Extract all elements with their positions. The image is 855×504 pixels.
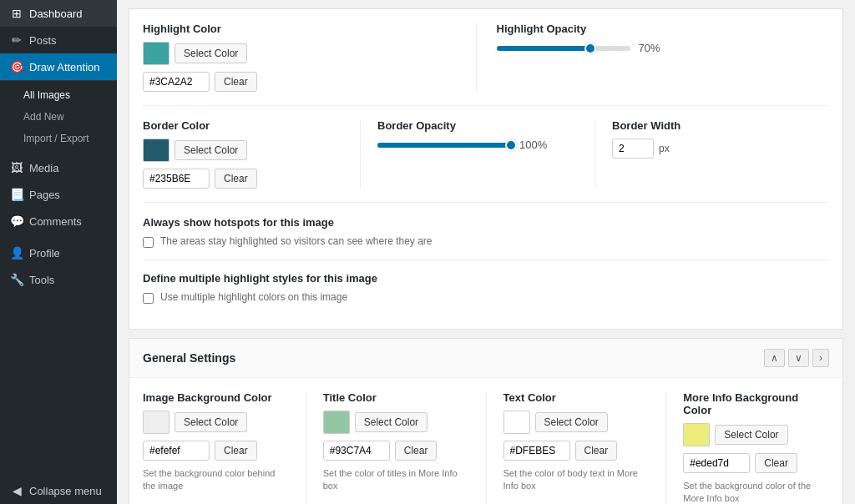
border-opacity-thumb[interactable] [505, 139, 517, 151]
sidebar-item-media[interactable]: 🖼 Media [0, 154, 117, 181]
sidebar-label-media: Media [29, 162, 58, 174]
border-color-col: Border Color Select Color Clear [143, 119, 360, 189]
gs-bg-hex-row: Clear [143, 441, 289, 461]
gs-bg-swatch [143, 411, 169, 434]
sidebar-item-draw-attention[interactable]: 🎯 Draw Attention [0, 53, 117, 80]
highlight-row: Highlight Color Select Color Clear Highl… [143, 23, 829, 106]
sidebar-sub-item-import-export[interactable]: Import / Export [0, 128, 117, 149]
image-settings-section: Highlight Color Select Color Clear Highl… [129, 8, 843, 330]
highlight-hex-input[interactable] [143, 72, 210, 92]
border-opacity-col: Border Opacity 100% [360, 119, 594, 189]
gs-more-info-swatch [683, 423, 710, 446]
gs-more-info-select-btn[interactable]: Select Color [715, 425, 787, 445]
always-show-checkbox[interactable] [143, 237, 154, 248]
gs-more-info-hex-row: Clear [683, 453, 829, 473]
gs-more-info-desc: Set the background color of the More Inf… [683, 480, 829, 504]
gs-col-title-color: Title Color Select Color Clear Set the c… [306, 391, 487, 504]
border-opacity-row: 100% [377, 139, 578, 151]
border-clear-btn[interactable]: Clear [215, 169, 257, 189]
multiple-styles-section: Define multiple highlight styles for thi… [143, 272, 829, 315]
gs-text-color-label: Text Color [503, 391, 650, 404]
general-settings-collapse-up-btn[interactable]: ∧ [764, 349, 785, 367]
gs-title-swatch-row: Select Color [323, 411, 469, 434]
gs-text-swatch-row: Select Color [503, 411, 650, 434]
gs-more-info-hex-input[interactable] [683, 453, 750, 473]
border-hex-input[interactable] [143, 169, 210, 189]
sidebar: ⊞ Dashboard ✏ Posts 🎯 Draw Attention All… [0, 0, 117, 504]
posts-icon: ✏ [10, 33, 23, 47]
media-icon: 🖼 [10, 161, 23, 174]
gs-text-swatch [503, 411, 530, 434]
always-show-checkbox-row: The areas stay highlighted so visitors c… [143, 235, 829, 248]
sidebar-label-comments: Comments [29, 215, 82, 228]
border-width-input[interactable] [612, 139, 654, 159]
border-opacity-slider-track[interactable] [377, 143, 511, 148]
sidebar-item-comments[interactable]: 💬 Comments [0, 208, 117, 234]
gs-bg-select-btn[interactable]: Select Color [175, 412, 247, 432]
border-opacity-label: Border Opacity [377, 119, 578, 132]
multiple-styles-title: Define multiple highlight styles for thi… [143, 272, 829, 285]
border-opacity-fill [377, 143, 511, 148]
gs-more-info-clear-btn[interactable]: Clear [755, 453, 797, 473]
general-settings-header: General Settings ∧ ∨ › [129, 339, 842, 378]
highlight-hex-row: Clear [143, 72, 456, 92]
gs-col-text-color: Text Color Select Color Clear Set the co… [487, 391, 667, 504]
sidebar-item-posts[interactable]: ✏ Posts [0, 27, 117, 53]
gs-title-select-btn[interactable]: Select Color [355, 412, 428, 432]
border-hex-row: Clear [143, 169, 343, 189]
gs-title-hex-input[interactable] [323, 441, 390, 461]
gs-bg-hex-input[interactable] [143, 441, 210, 461]
sidebar-item-pages[interactable]: 📃 Pages [0, 181, 117, 208]
gs-text-hex-row: Clear [503, 441, 650, 461]
sidebar-item-dashboard[interactable]: ⊞ Dashboard [0, 0, 117, 27]
all-images-label: All Images [23, 89, 70, 101]
sidebar-item-profile[interactable]: 👤 Profile [0, 239, 117, 266]
always-show-section: Always show hotspots for this image The … [143, 216, 829, 260]
profile-icon: 👤 [10, 246, 23, 260]
gs-title-color-label: Title Color [323, 391, 469, 404]
pages-icon: 📃 [10, 188, 23, 201]
gs-text-hex-input[interactable] [503, 441, 570, 461]
sidebar-sub-item-all-images[interactable]: All Images [0, 84, 117, 106]
highlight-opacity-thumb[interactable] [584, 43, 596, 54]
multiple-styles-checkbox[interactable] [143, 293, 154, 304]
highlight-select-color-btn[interactable]: Select Color [175, 43, 247, 63]
sidebar-label-collapse: Collapse menu [29, 485, 102, 497]
highlight-clear-btn[interactable]: Clear [215, 72, 257, 92]
sidebar-label-draw-attention: Draw Attention [29, 61, 100, 73]
border-select-color-btn[interactable]: Select Color [175, 140, 247, 160]
border-color-swatch-row: Select Color [143, 139, 343, 162]
gs-bg-swatch-row: Select Color [143, 411, 289, 434]
sidebar-item-collapse-menu[interactable]: ◀ Collapse menu [0, 477, 117, 504]
highlight-opacity-label: Highlight Opacity [497, 23, 810, 35]
gs-text-select-btn[interactable]: Select Color [535, 412, 608, 432]
sidebar-item-tools[interactable]: 🔧 Tools [0, 266, 117, 293]
gs-title-desc: Set the color of titles in More Info box [323, 467, 469, 493]
sidebar-sub-item-add-new[interactable]: Add New [0, 106, 117, 128]
gs-text-clear-btn[interactable]: Clear [575, 441, 618, 461]
highlight-color-swatch-row: Select Color [143, 42, 456, 65]
sidebar-label-tools: Tools [29, 274, 54, 286]
highlight-opacity-col: Highlight Opacity 70% [476, 23, 830, 92]
border-color-label: Border Color [143, 119, 343, 132]
general-settings-expand-btn[interactable]: › [812, 349, 829, 367]
gs-more-info-label: More Info Background Color [683, 391, 829, 416]
import-export-label: Import / Export [23, 133, 89, 144]
dashboard-icon: ⊞ [10, 7, 23, 20]
gs-text-desc: Set the color of body text in More Info … [503, 467, 650, 493]
sidebar-label-pages: Pages [29, 189, 60, 201]
main-content: Highlight Color Select Color Clear Highl… [117, 0, 855, 504]
border-width-row: px [612, 139, 812, 159]
gs-title-clear-btn[interactable]: Clear [395, 441, 438, 461]
border-width-label: Border Width [612, 119, 812, 132]
gs-bg-clear-btn[interactable]: Clear [215, 441, 257, 461]
gs-bg-label: Image Background Color [143, 391, 289, 404]
general-settings-collapse-down-btn[interactable]: ∨ [788, 349, 809, 367]
border-row: Border Color Select Color Clear Border O… [143, 119, 829, 203]
highlight-color-label: Highlight Color [143, 23, 456, 35]
highlight-opacity-slider-track[interactable] [497, 46, 630, 51]
sidebar-label-posts: Posts [29, 34, 57, 47]
tools-icon: 🔧 [10, 273, 23, 286]
gs-col-more-info-color: More Info Background Color Select Color … [666, 391, 829, 504]
px-label: px [659, 143, 670, 154]
